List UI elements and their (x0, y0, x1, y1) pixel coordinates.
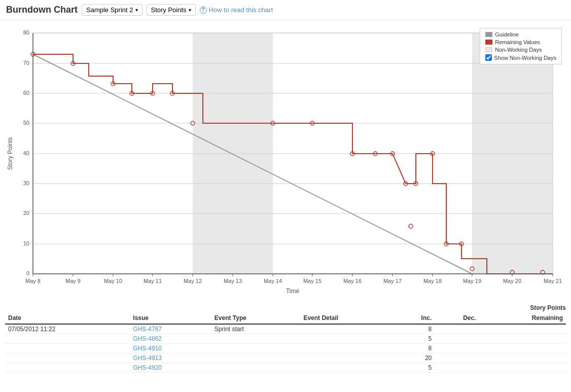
table-row: GHS-4920 5 (5, 363, 566, 373)
y-label-30: 30 (23, 180, 29, 186)
cell-remaining (479, 324, 566, 334)
page-header: Burndown Chart Sample Sprint 2 Story Poi… (0, 0, 571, 20)
col-issue: Issue (130, 312, 211, 324)
table-section: Story Points Date Issue Event Type Event… (0, 304, 571, 378)
y-label-80: 80 (23, 29, 29, 35)
table-row: GHS-4910 8 (5, 344, 566, 353)
table-row: GHS-4862 5 (5, 334, 566, 344)
x-label-6: May 14 (264, 278, 282, 284)
cell-remaining (479, 353, 566, 363)
nonworking-swatch (485, 47, 492, 52)
cell-event-type (211, 344, 301, 353)
cell-inc: 5 (396, 334, 435, 344)
y-label-40: 40 (23, 150, 29, 156)
burndown-svg: 0 10 20 30 40 50 60 70 80 Story Points M… (5, 25, 563, 299)
cell-dec (435, 344, 479, 353)
col-date: Date (5, 312, 130, 324)
sprint-selector[interactable]: Sample Sprint 2 (82, 4, 142, 16)
x-axis-title: Time (286, 288, 300, 295)
dot-may17-low (409, 224, 413, 228)
col-event-type: Event Type (211, 312, 301, 324)
help-link[interactable]: ? How to read this chart (200, 6, 273, 14)
cell-event-type (211, 353, 301, 363)
x-label-5: May 13 (224, 278, 242, 284)
y-label-50: 50 (23, 120, 29, 126)
x-label-3: May 11 (144, 278, 162, 284)
y-label-60: 60 (23, 90, 29, 96)
x-label-7: May 15 (303, 278, 322, 284)
x-label-12: May 20 (503, 278, 521, 284)
chart-area: 0 10 20 30 40 50 60 70 80 Story Points M… (0, 20, 571, 299)
y-label-70: 70 (23, 60, 29, 66)
legend-guideline-label: Guideline (495, 31, 518, 38)
x-label-11: May 19 (463, 278, 481, 284)
cell-issue[interactable]: GHS-4862 (130, 334, 211, 344)
cell-inc: 8 (396, 344, 435, 353)
remaining-swatch (485, 40, 492, 45)
cell-date (5, 344, 130, 353)
cell-event-detail (300, 353, 396, 363)
cell-inc: 20 (396, 353, 435, 363)
x-label-10: May 18 (423, 278, 442, 284)
cell-event-type (211, 334, 301, 344)
legend-remaining: Remaining Values (485, 39, 556, 45)
col-event-detail: Event Detail (300, 312, 396, 324)
cell-remaining (479, 334, 566, 344)
cell-issue[interactable]: GHS-4767 (130, 324, 211, 334)
cell-event-type (211, 363, 301, 373)
cell-dec (435, 324, 479, 334)
x-label-4: May 12 (184, 278, 202, 284)
help-icon: ? (200, 7, 207, 14)
guideline-swatch (485, 32, 492, 37)
x-label-8: May 16 (343, 278, 362, 284)
x-label-0: May 8 (25, 278, 41, 284)
cell-date (5, 334, 130, 344)
legend-nonworking-label: Non-Working Days (495, 47, 542, 53)
chart-legend: Guideline Remaining Values Non-Working D… (480, 28, 562, 64)
table-row: GHS-4913 20 (5, 353, 566, 363)
table-body: 07/05/2012 11:22 GHS-4767 Sprint start 8… (5, 324, 566, 373)
cell-inc: 5 (396, 363, 435, 373)
y-label-20: 20 (23, 210, 29, 216)
y-label-10: 10 (23, 240, 29, 246)
events-table: Date Issue Event Type Event Detail Inc. … (5, 312, 566, 373)
x-label-1: May 9 (65, 278, 81, 284)
y-axis-title: Story Points (7, 137, 14, 170)
cell-inc: 8 (396, 324, 435, 334)
table-row: 07/05/2012 11:22 GHS-4767 Sprint start 8 (5, 324, 566, 334)
cell-event-detail (300, 324, 396, 334)
cell-issue[interactable]: GHS-4920 (130, 363, 211, 373)
legend-remaining-label: Remaining Values (495, 39, 540, 45)
legend-guideline: Guideline (485, 31, 556, 38)
cell-issue[interactable]: GHS-4910 (130, 344, 211, 353)
page-title: Burndown Chart (6, 5, 78, 15)
cell-date (5, 353, 130, 363)
cell-dec (435, 353, 479, 363)
col-dec: Dec. (435, 312, 479, 324)
nonworking-checkbox-label: Show Non-Working Days (494, 55, 556, 61)
cell-dec (435, 363, 479, 373)
nonworking-checkbox[interactable] (485, 54, 492, 61)
y-label-0: 0 (26, 270, 29, 276)
col-remaining: Remaining (479, 312, 566, 324)
help-link-text: How to read this chart (209, 6, 273, 14)
legend-nonworking: Non-Working Days (485, 47, 556, 53)
x-label-2: May 10 (104, 278, 122, 284)
legend-checkbox-row[interactable]: Show Non-Working Days (485, 54, 556, 61)
table-header-row: Date Issue Event Type Event Detail Inc. … (5, 312, 566, 324)
cell-remaining (479, 363, 566, 373)
cell-event-detail (300, 344, 396, 353)
cell-dec (435, 334, 479, 344)
cell-date: 07/05/2012 11:22 (5, 324, 130, 334)
cell-event-detail (300, 334, 396, 344)
cell-date (5, 363, 130, 373)
cell-issue[interactable]: GHS-4913 (130, 353, 211, 363)
col-inc: Inc. (396, 312, 435, 324)
cell-remaining (479, 344, 566, 353)
x-label-9: May 17 (383, 278, 402, 284)
cell-event-detail (300, 363, 396, 373)
cell-event-type: Sprint start (211, 324, 301, 334)
sp-group-header: Story Points (5, 304, 566, 311)
x-label-13: May 21 (544, 278, 562, 284)
metric-selector[interactable]: Story Points (147, 4, 196, 16)
